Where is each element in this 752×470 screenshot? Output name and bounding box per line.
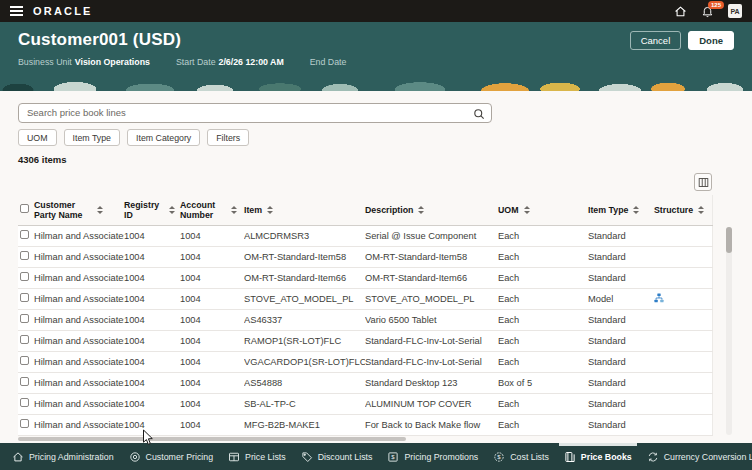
currency-conversion-icon <box>647 451 659 463</box>
svg-text:$: $ <box>392 454 396 460</box>
cell-registry-id: 1004 <box>124 372 180 393</box>
row-checkbox[interactable] <box>20 251 29 260</box>
cell-registry-id: 1004 <box>124 309 180 330</box>
cost-badge-icon: $ <box>493 451 505 463</box>
cell-uom: Each <box>498 225 588 246</box>
oracle-logo[interactable]: ORACLE <box>33 5 93 17</box>
notifications-bell-icon[interactable]: 125 <box>701 5 714 18</box>
select-all-checkbox[interactable] <box>20 204 29 213</box>
nav-item-discount-lists[interactable]: Discount Lists <box>301 443 373 470</box>
cell-registry-id: 1004 <box>124 414 180 435</box>
page-header: Customer001 (USD) Cancel Done Business U… <box>0 22 752 75</box>
column-header-customer-party-name[interactable]: Customer Party Name <box>34 200 92 220</box>
sort-icon[interactable] <box>267 206 273 214</box>
sort-icon[interactable] <box>231 206 237 214</box>
cell-registry-id: 1004 <box>124 393 180 414</box>
row-checkbox[interactable] <box>20 356 29 365</box>
filter-chip-filters[interactable]: Filters <box>207 129 249 146</box>
table-row[interactable]: Hilman and Associates 1004 1004 OM-RT-St… <box>18 267 712 288</box>
table-row[interactable]: Hilman and Associates 1004 1004 RAMOP1(S… <box>18 330 712 351</box>
cell-item: AS46337 <box>244 309 365 330</box>
cell-item: VGACARDOP1(SR-LOT)FLC <box>244 351 365 372</box>
horizontal-scrollbar[interactable] <box>18 437 712 441</box>
done-button[interactable]: Done <box>688 31 734 50</box>
cell-account-number: 1004 <box>180 267 244 288</box>
screen: ORACLE 125 PA Customer001 (USD) Cancel D… <box>0 0 752 470</box>
table-row[interactable]: Hilman and Associates 1004 1004 SB-AL-TP… <box>18 393 712 414</box>
row-checkbox[interactable] <box>20 272 29 281</box>
row-checkbox[interactable] <box>20 335 29 344</box>
column-header-registry-id[interactable]: Registry ID <box>124 200 164 220</box>
table-row[interactable]: Hilman and Associates 1004 1004 MFG-B2B-… <box>18 414 712 435</box>
book-icon <box>564 451 576 463</box>
row-checkbox[interactable] <box>20 419 29 428</box>
cell-uom: Each <box>498 414 588 435</box>
cell-customer-party-name: Hilman and Associates <box>34 372 124 393</box>
menu-icon[interactable] <box>10 6 23 16</box>
cell-registry-id: 1004 <box>124 351 180 372</box>
price-book-table-body: Hilman and Associates 1004 1004 ALMCDRMS… <box>18 225 712 435</box>
column-header-account-number[interactable]: Account Number <box>180 200 226 220</box>
bottom-navigation: Pricing Administration Customer Pricing … <box>0 443 752 470</box>
cell-description: Standard-FLC-Inv-Lot-Serial <box>365 330 498 351</box>
vertical-scrollbar-thumb[interactable] <box>726 227 732 253</box>
sort-icon[interactable] <box>169 206 175 214</box>
cell-description: Standard-FLC-Inv-Lot-Serial <box>365 351 498 372</box>
row-checkbox[interactable] <box>20 377 29 386</box>
structure-icon[interactable] <box>654 295 664 305</box>
table-row[interactable]: Hilman and Associates 1004 1004 AS46337 … <box>18 309 712 330</box>
cell-description: Vario 6500 Tablet <box>365 309 498 330</box>
column-header-item-type[interactable]: Item Type <box>588 205 628 215</box>
row-checkbox[interactable] <box>20 230 29 239</box>
cell-item: RAMOP1(SR-LOT)FLC <box>244 330 365 351</box>
nav-item-currency-conversion-lists[interactable]: Currency Conversion Lists <box>647 443 752 470</box>
horizontal-scrollbar-thumb[interactable] <box>18 437 406 441</box>
table-header-row: Customer Party Name Registry ID Account … <box>18 195 712 225</box>
end-date-field: End Date <box>310 57 350 67</box>
search-input[interactable] <box>18 103 492 123</box>
manage-columns-button[interactable] <box>694 173 712 191</box>
table-row[interactable]: Hilman and Associates 1004 1004 OM-RT-St… <box>18 246 712 267</box>
sort-icon[interactable] <box>524 206 530 214</box>
cell-uom: Each <box>498 246 588 267</box>
sort-icon[interactable] <box>418 206 424 214</box>
home-icon[interactable] <box>674 5 687 18</box>
nav-item-price-lists[interactable]: Price Lists <box>228 443 286 470</box>
cell-customer-party-name: Hilman and Associates <box>34 267 124 288</box>
nav-item-cost-lists[interactable]: $ Cost Lists <box>493 443 549 470</box>
filter-chip-item-category[interactable]: Item Category <box>127 129 200 146</box>
table-row[interactable]: Hilman and Associates 1004 1004 AS54888 … <box>18 372 712 393</box>
row-checkbox[interactable] <box>20 398 29 407</box>
nav-item-customer-pricing[interactable]: Customer Pricing <box>129 443 213 470</box>
cell-customer-party-name: Hilman and Associates <box>34 309 124 330</box>
sort-icon[interactable] <box>97 206 103 214</box>
filter-chip-item-type[interactable]: Item Type <box>64 129 120 146</box>
row-checkbox[interactable] <box>20 314 29 323</box>
cell-account-number: 1004 <box>180 414 244 435</box>
start-date-field: Start Date2/6/26 12:00 AM <box>176 57 284 67</box>
row-checkbox[interactable] <box>20 293 29 302</box>
nav-item-pricing-promotions[interactable]: $ Pricing Promotions <box>387 443 478 470</box>
column-header-uom[interactable]: UOM <box>498 205 519 215</box>
table-row[interactable]: Hilman and Associates 1004 1004 VGACARDO… <box>18 351 712 372</box>
cancel-button[interactable]: Cancel <box>630 31 682 50</box>
column-header-item[interactable]: Item <box>244 205 262 215</box>
nav-item-price-books[interactable]: Price Books <box>564 443 632 470</box>
column-header-structure[interactable]: Structure <box>654 205 693 215</box>
sort-icon[interactable] <box>633 206 639 214</box>
vertical-scrollbar[interactable] <box>726 227 732 435</box>
user-avatar[interactable]: PA <box>728 4 742 18</box>
cell-account-number: 1004 <box>180 330 244 351</box>
cell-customer-party-name: Hilman and Associates <box>34 351 124 372</box>
cell-item-type: Standard <box>588 414 654 435</box>
filter-chip-uom[interactable]: UOM <box>18 129 57 146</box>
column-header-description[interactable]: Description <box>365 205 413 215</box>
nav-item-pricing-administration[interactable]: Pricing Administration <box>12 443 114 470</box>
sort-icon[interactable] <box>698 206 704 214</box>
table-row[interactable]: Hilman and Associates 1004 1004 ALMCDRMS… <box>18 225 712 246</box>
table-row[interactable]: Hilman and Associates 1004 1004 STOVE_AT… <box>18 288 712 309</box>
cell-account-number: 1004 <box>180 393 244 414</box>
cell-item: ALMCDRMSR3 <box>244 225 365 246</box>
cell-description: ALUMINUM TOP COVER <box>365 393 498 414</box>
search-icon[interactable] <box>473 106 485 124</box>
